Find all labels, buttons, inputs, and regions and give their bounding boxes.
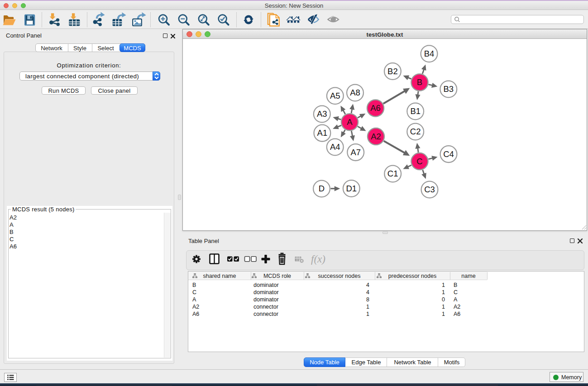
svg-text:B: B <box>417 77 422 87</box>
svg-text:A1: A1 <box>317 128 328 138</box>
svg-text:A7: A7 <box>350 148 361 157</box>
svg-text:B1: B1 <box>410 106 421 116</box>
svg-text:D1: D1 <box>346 184 357 193</box>
svg-text:f(x): f(x) <box>311 253 325 265</box>
svg-text:A8: A8 <box>350 88 360 97</box>
svg-text:B3: B3 <box>443 84 454 94</box>
svg-text:C2: C2 <box>410 127 421 136</box>
svg-text:A2: A2 <box>371 132 381 141</box>
svg-text:A: A <box>347 117 353 127</box>
svg-text:C4: C4 <box>443 149 454 159</box>
svg-text:C: C <box>416 157 422 166</box>
svg-text:A3: A3 <box>317 109 327 119</box>
svg-text:C3: C3 <box>424 185 435 194</box>
svg-text:C1: C1 <box>387 169 398 178</box>
svg-text:B2: B2 <box>387 67 398 76</box>
svg-text:A6: A6 <box>370 103 381 113</box>
svg-text:A5: A5 <box>330 91 340 100</box>
svg-text:D: D <box>319 184 325 193</box>
svg-text:B4: B4 <box>424 49 435 58</box>
svg-text:A4: A4 <box>330 142 340 152</box>
